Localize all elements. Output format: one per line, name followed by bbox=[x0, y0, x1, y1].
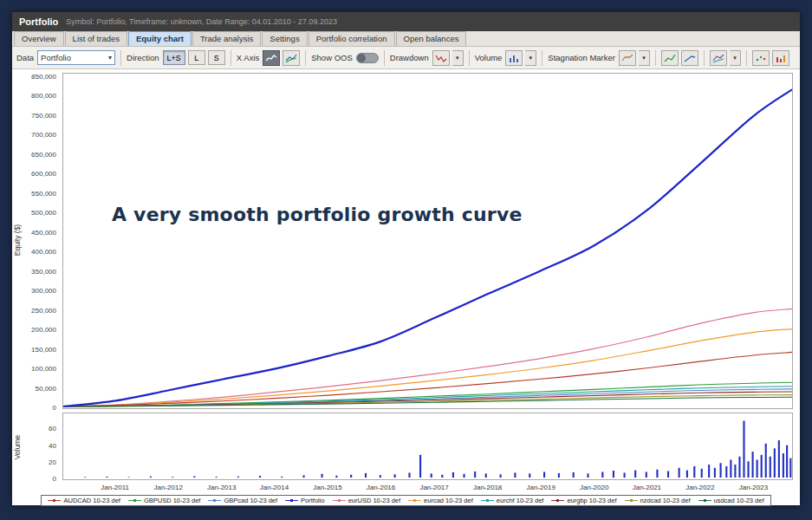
toolbar-separator bbox=[120, 50, 121, 66]
data-select[interactable]: Portfolio ▾ bbox=[37, 50, 115, 65]
overlay-dropdown-button[interactable]: ▾ bbox=[730, 50, 741, 66]
volume-bar bbox=[789, 458, 791, 478]
equity-y-tick: 600,000 bbox=[31, 170, 56, 178]
equity-y-tick: 450,000 bbox=[31, 228, 56, 236]
bar-chart-icon bbox=[775, 53, 787, 63]
multi-line-chart-icon bbox=[712, 53, 724, 63]
red-bars-chart-icon[interactable] bbox=[772, 50, 789, 66]
volume-chart-icon[interactable] bbox=[505, 50, 523, 66]
legend-marker-icon bbox=[698, 498, 711, 503]
tab-settings[interactable]: Settings bbox=[262, 31, 307, 46]
toolbar: Data Portfolio ▾ Direction L+S L S X Axi… bbox=[12, 47, 800, 69]
direction-long-button[interactable]: L bbox=[188, 50, 205, 65]
equity-y-tick: 350,000 bbox=[31, 267, 56, 275]
equity-y-tick: 850,000 bbox=[31, 72, 56, 80]
equity-y-tick: 150,000 bbox=[31, 345, 56, 353]
volume-bar bbox=[786, 445, 788, 478]
drawdown-dropdown-button[interactable]: ▾ bbox=[452, 50, 464, 66]
tab-portfolio-correlation[interactable]: Portfolio correlation bbox=[309, 31, 395, 46]
legend-marker-icon bbox=[408, 498, 421, 503]
toolbar-group-direction: Direction L+S L S bbox=[127, 50, 225, 65]
tab-overview[interactable]: Overview bbox=[14, 31, 64, 46]
legend-marker-icon bbox=[333, 498, 346, 503]
volume-bar bbox=[281, 477, 283, 478]
equity-y-tick: 750,000 bbox=[31, 111, 56, 119]
window-title: Portfolio bbox=[19, 16, 58, 27]
volume-bar bbox=[765, 444, 767, 478]
chevron-down-icon: ▾ bbox=[642, 55, 646, 62]
volume-bar bbox=[774, 448, 776, 478]
volume-bar bbox=[237, 477, 239, 478]
legend-item-audcad-10-23-def: AUDCAD 10-23 def bbox=[48, 497, 120, 504]
volume-bar bbox=[529, 473, 530, 478]
legend-marker-icon bbox=[48, 498, 61, 503]
volume-bar bbox=[720, 463, 722, 478]
equity-plot[interactable]: A very smooth portfolio growth curve bbox=[62, 73, 793, 409]
volume-bar bbox=[302, 475, 304, 478]
volume-bar bbox=[734, 465, 736, 478]
drawdown-chart-icon[interactable] bbox=[432, 50, 450, 66]
volume-bar bbox=[656, 470, 658, 478]
volume-y-tick: 20 bbox=[49, 458, 56, 465]
legend-box: AUDCAD 10-23 defGBPUSD 10-23 defGBPcad 1… bbox=[41, 495, 770, 506]
legend-label: GBPUSD 10-23 def bbox=[144, 497, 200, 504]
blue-line-chart-icon[interactable] bbox=[681, 50, 698, 66]
stagnation-marker-icon[interactable] bbox=[619, 50, 636, 66]
tab-open-balances[interactable]: Open balances bbox=[396, 31, 467, 46]
tab-equity-chart[interactable]: Equity chart bbox=[128, 31, 192, 46]
toolbar-separator bbox=[469, 50, 470, 66]
volume-dropdown-button[interactable]: ▾ bbox=[525, 50, 536, 66]
data-label: Data bbox=[16, 53, 34, 62]
volume-bar bbox=[128, 477, 130, 478]
legend-item-portfolio: Portfolio bbox=[285, 497, 325, 504]
volume-bar bbox=[752, 452, 754, 478]
toolbar-group-oos: Show OOS bbox=[311, 53, 379, 63]
x-axis-tick: Jan-2022 bbox=[685, 484, 714, 491]
volume-bar bbox=[380, 475, 381, 478]
volume-bar bbox=[747, 461, 749, 478]
step-chart-icon bbox=[265, 53, 277, 63]
equity-y-tick: 250,000 bbox=[31, 306, 56, 314]
volume-bar bbox=[335, 476, 337, 478]
volume-bar bbox=[84, 477, 86, 478]
toolbar-separator bbox=[704, 50, 705, 66]
volume-bar bbox=[408, 472, 410, 478]
volume-bar bbox=[714, 468, 716, 478]
x-axis-date-scale-icon[interactable] bbox=[283, 50, 300, 66]
show-oos-toggle[interactable] bbox=[356, 53, 379, 63]
toolbar-separator bbox=[746, 50, 747, 66]
equity-y-tick: 650,000 bbox=[31, 150, 56, 158]
x-axis-tick: Jan-2011 bbox=[101, 484, 129, 491]
scatter-chart-icon[interactable] bbox=[752, 50, 770, 66]
legend-item-eurgbp-10-23-def: eurgbp 10-23 def bbox=[551, 497, 616, 504]
stagnation-dropdown-button[interactable]: ▾ bbox=[639, 50, 650, 66]
volume-bar bbox=[634, 471, 636, 478]
data-select-value: Portfolio bbox=[41, 53, 71, 62]
volume-bar bbox=[587, 473, 588, 478]
direction-short-button[interactable]: S bbox=[208, 50, 225, 65]
toggle-knob bbox=[357, 54, 366, 62]
volume-bar bbox=[322, 474, 323, 478]
tab-list-of-trades[interactable]: List of trades bbox=[65, 31, 127, 46]
drawdown-line-icon bbox=[435, 53, 447, 63]
volume-bar bbox=[601, 472, 603, 478]
direction-long-short-button[interactable]: L+S bbox=[163, 50, 185, 65]
legend-marker-icon bbox=[481, 498, 494, 503]
toolbar-group-xaxis: X Axis bbox=[237, 50, 300, 66]
volume-bar bbox=[543, 472, 545, 478]
volume-bar bbox=[770, 457, 771, 478]
volume-bar bbox=[259, 476, 261, 478]
volume-plot[interactable] bbox=[62, 413, 793, 480]
volume-bar bbox=[474, 471, 476, 478]
x-axis-label: X Axis bbox=[237, 53, 259, 62]
multi-line-chart-icon[interactable] bbox=[710, 50, 727, 66]
chart-legend: AUDCAD 10-23 defGBPUSD 10-23 defGBPcad 1… bbox=[12, 495, 800, 506]
volume-bar bbox=[441, 475, 443, 478]
desktop-background: Portfolio Symbol: Portfolio, Timeframe: … bbox=[0, 0, 812, 520]
volume-bar bbox=[646, 472, 647, 478]
green-line-chart-icon[interactable] bbox=[661, 50, 679, 66]
equity-y-tick: 300,000 bbox=[31, 287, 56, 295]
tab-trade-analysis[interactable]: Trade analysis bbox=[192, 31, 261, 46]
legend-label: eurchf 10-23 def bbox=[497, 497, 544, 504]
x-axis-trades-scale-icon[interactable] bbox=[263, 50, 280, 66]
